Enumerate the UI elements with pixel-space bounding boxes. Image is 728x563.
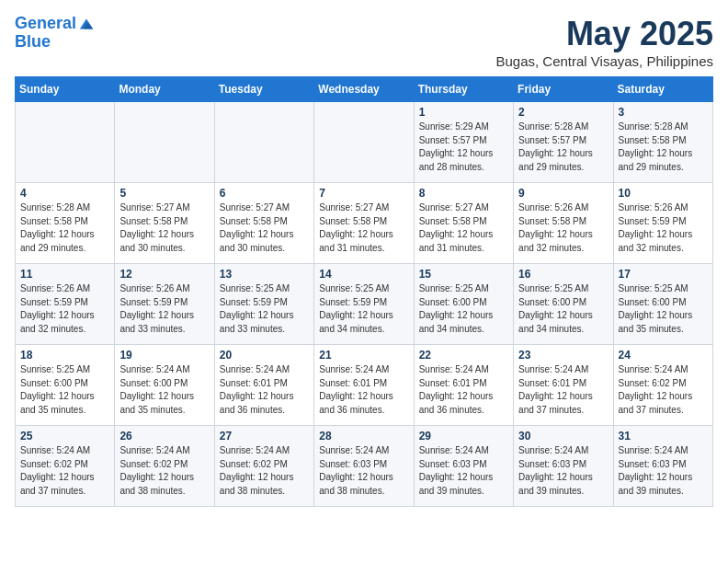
day-cell: 11Sunrise: 5:26 AMSunset: 5:59 PMDayligh…	[16, 264, 115, 345]
header-cell-saturday: Saturday	[613, 77, 712, 102]
day-detail: Sunrise: 5:25 AMSunset: 6:00 PMDaylight:…	[419, 282, 508, 336]
day-number: 11	[20, 268, 109, 281]
day-detail: Sunrise: 5:24 AMSunset: 6:02 PMDaylight:…	[220, 444, 309, 498]
day-cell: 8Sunrise: 5:27 AMSunset: 5:58 PMDaylight…	[414, 183, 513, 264]
day-detail: Sunrise: 5:24 AMSunset: 6:01 PMDaylight:…	[220, 363, 309, 417]
day-detail: Sunrise: 5:24 AMSunset: 6:03 PMDaylight:…	[419, 444, 508, 498]
header-cell-friday: Friday	[514, 77, 613, 102]
day-detail: Sunrise: 5:25 AMSunset: 6:00 PMDaylight:…	[619, 282, 708, 336]
day-number: 7	[319, 187, 408, 200]
calendar-header: SundayMondayTuesdayWednesdayThursdayFrid…	[16, 77, 713, 102]
day-number: 19	[119, 349, 209, 362]
day-cell: 17Sunrise: 5:25 AMSunset: 6:00 PMDayligh…	[613, 264, 712, 345]
day-detail: Sunrise: 5:24 AMSunset: 6:03 PMDaylight:…	[319, 444, 408, 498]
header-cell-monday: Monday	[115, 77, 214, 102]
day-cell: 6Sunrise: 5:27 AMSunset: 5:58 PMDaylight…	[214, 183, 313, 264]
day-detail: Sunrise: 5:27 AMSunset: 5:58 PMDaylight:…	[119, 201, 209, 255]
day-cell: 28Sunrise: 5:24 AMSunset: 6:03 PMDayligh…	[314, 426, 414, 507]
day-cell	[314, 102, 414, 183]
day-cell: 26Sunrise: 5:24 AMSunset: 6:02 PMDayligh…	[115, 426, 214, 507]
day-cell: 21Sunrise: 5:24 AMSunset: 6:01 PMDayligh…	[314, 345, 414, 426]
day-cell: 18Sunrise: 5:25 AMSunset: 6:00 PMDayligh…	[16, 345, 115, 426]
day-detail: Sunrise: 5:25 AMSunset: 6:00 PMDaylight:…	[518, 282, 608, 336]
title-block: May 2025 Bugas, Central Visayas, Philipp…	[495, 15, 713, 69]
day-number: 8	[419, 187, 508, 200]
calendar-title: May 2025	[495, 15, 713, 53]
day-cell: 13Sunrise: 5:25 AMSunset: 5:59 PMDayligh…	[214, 264, 313, 345]
week-row-2: 4Sunrise: 5:28 AMSunset: 5:58 PMDaylight…	[16, 183, 713, 264]
day-detail: Sunrise: 5:27 AMSunset: 5:58 PMDaylight:…	[220, 201, 309, 255]
calendar-table: SundayMondayTuesdayWednesdayThursdayFrid…	[15, 76, 713, 507]
page-header: General Blue May 2025 Bugas, Central Vis…	[15, 15, 713, 69]
day-number: 4	[20, 187, 109, 200]
day-detail: Sunrise: 5:28 AMSunset: 5:58 PMDaylight:…	[20, 201, 109, 255]
day-number: 2	[518, 106, 608, 119]
day-detail: Sunrise: 5:24 AMSunset: 6:02 PMDaylight:…	[119, 444, 209, 498]
day-number: 23	[518, 349, 608, 362]
header-cell-wednesday: Wednesday	[314, 77, 414, 102]
day-detail: Sunrise: 5:25 AMSunset: 6:00 PMDaylight:…	[20, 363, 109, 417]
day-detail: Sunrise: 5:27 AMSunset: 5:58 PMDaylight:…	[419, 201, 508, 255]
day-number: 6	[220, 187, 309, 200]
day-number: 21	[319, 349, 408, 362]
day-number: 17	[619, 268, 708, 281]
day-cell: 10Sunrise: 5:26 AMSunset: 5:59 PMDayligh…	[613, 183, 712, 264]
header-cell-tuesday: Tuesday	[214, 77, 313, 102]
day-cell: 14Sunrise: 5:25 AMSunset: 5:59 PMDayligh…	[314, 264, 414, 345]
day-cell	[16, 102, 115, 183]
logo: General Blue	[15, 15, 95, 52]
day-cell: 4Sunrise: 5:28 AMSunset: 5:58 PMDaylight…	[16, 183, 115, 264]
header-cell-sunday: Sunday	[16, 77, 115, 102]
day-detail: Sunrise: 5:24 AMSunset: 6:00 PMDaylight:…	[119, 363, 209, 417]
day-detail: Sunrise: 5:25 AMSunset: 5:59 PMDaylight:…	[220, 282, 309, 336]
day-number: 20	[220, 349, 309, 362]
day-detail: Sunrise: 5:28 AMSunset: 5:58 PMDaylight:…	[619, 121, 708, 174]
logo-text: General	[15, 15, 76, 33]
day-number: 18	[20, 349, 109, 362]
day-detail: Sunrise: 5:26 AMSunset: 5:59 PMDaylight:…	[119, 282, 209, 336]
header-cell-thursday: Thursday	[414, 77, 513, 102]
day-detail: Sunrise: 5:24 AMSunset: 6:03 PMDaylight:…	[619, 444, 708, 498]
calendar-body: 1Sunrise: 5:29 AMSunset: 5:57 PMDaylight…	[16, 102, 713, 507]
week-row-1: 1Sunrise: 5:29 AMSunset: 5:57 PMDaylight…	[16, 102, 713, 183]
calendar-subtitle: Bugas, Central Visayas, Philippines	[495, 53, 713, 69]
day-number: 1	[419, 106, 508, 119]
day-detail: Sunrise: 5:25 AMSunset: 5:59 PMDaylight:…	[319, 282, 408, 336]
day-cell: 25Sunrise: 5:24 AMSunset: 6:02 PMDayligh…	[16, 426, 115, 507]
logo-text-blue: Blue	[15, 33, 95, 52]
day-cell: 19Sunrise: 5:24 AMSunset: 6:00 PMDayligh…	[115, 345, 214, 426]
day-number: 24	[619, 349, 708, 362]
day-number: 27	[220, 430, 309, 442]
day-number: 9	[518, 187, 608, 200]
day-detail: Sunrise: 5:24 AMSunset: 6:01 PMDaylight:…	[518, 363, 608, 417]
day-cell: 15Sunrise: 5:25 AMSunset: 6:00 PMDayligh…	[414, 264, 513, 345]
day-detail: Sunrise: 5:24 AMSunset: 6:01 PMDaylight:…	[419, 363, 508, 417]
logo-icon	[78, 16, 95, 32]
day-detail: Sunrise: 5:26 AMSunset: 5:58 PMDaylight:…	[518, 201, 608, 255]
day-cell: 23Sunrise: 5:24 AMSunset: 6:01 PMDayligh…	[514, 345, 613, 426]
day-cell: 30Sunrise: 5:24 AMSunset: 6:03 PMDayligh…	[514, 426, 613, 507]
day-cell: 1Sunrise: 5:29 AMSunset: 5:57 PMDaylight…	[414, 102, 513, 183]
week-row-5: 25Sunrise: 5:24 AMSunset: 6:02 PMDayligh…	[16, 426, 713, 507]
day-cell	[115, 102, 214, 183]
day-cell: 2Sunrise: 5:28 AMSunset: 5:57 PMDaylight…	[514, 102, 613, 183]
day-number: 3	[619, 106, 708, 119]
day-number: 13	[220, 268, 309, 281]
day-cell	[214, 102, 313, 183]
day-number: 28	[319, 430, 408, 442]
day-cell: 7Sunrise: 5:27 AMSunset: 5:58 PMDaylight…	[314, 183, 414, 264]
day-cell: 31Sunrise: 5:24 AMSunset: 6:03 PMDayligh…	[613, 426, 712, 507]
day-cell: 9Sunrise: 5:26 AMSunset: 5:58 PMDaylight…	[514, 183, 613, 264]
week-row-4: 18Sunrise: 5:25 AMSunset: 6:00 PMDayligh…	[16, 345, 713, 426]
day-detail: Sunrise: 5:26 AMSunset: 5:59 PMDaylight:…	[20, 282, 109, 336]
header-row: SundayMondayTuesdayWednesdayThursdayFrid…	[16, 77, 713, 102]
day-cell: 3Sunrise: 5:28 AMSunset: 5:58 PMDaylight…	[613, 102, 712, 183]
day-cell: 29Sunrise: 5:24 AMSunset: 6:03 PMDayligh…	[414, 426, 513, 507]
day-number: 12	[119, 268, 209, 281]
day-detail: Sunrise: 5:24 AMSunset: 6:01 PMDaylight:…	[319, 363, 408, 417]
day-detail: Sunrise: 5:24 AMSunset: 6:02 PMDaylight:…	[619, 363, 708, 417]
day-detail: Sunrise: 5:24 AMSunset: 6:03 PMDaylight:…	[518, 444, 608, 498]
day-number: 26	[119, 430, 209, 442]
week-row-3: 11Sunrise: 5:26 AMSunset: 5:59 PMDayligh…	[16, 264, 713, 345]
day-detail: Sunrise: 5:29 AMSunset: 5:57 PMDaylight:…	[419, 121, 508, 174]
